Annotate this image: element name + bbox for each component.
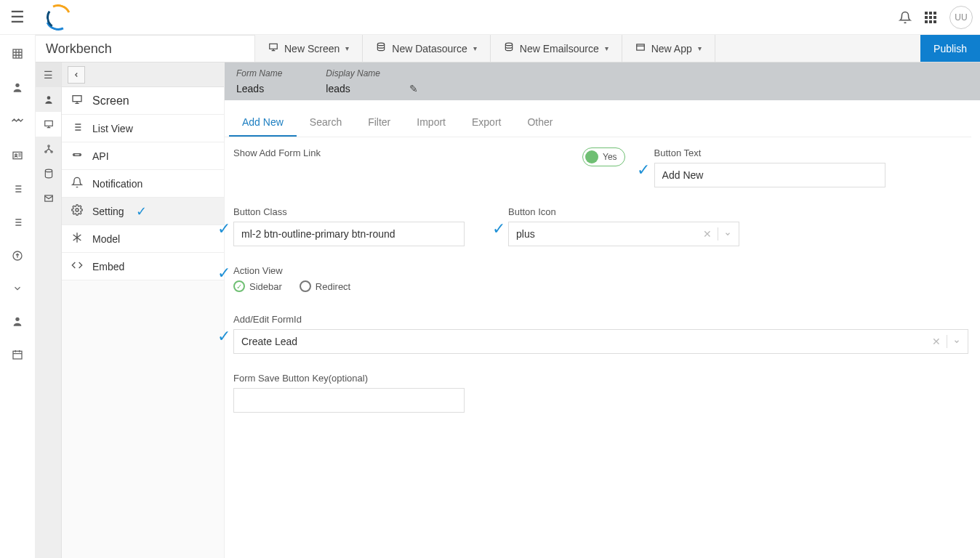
- back-button[interactable]: [68, 66, 85, 84]
- radio-redirect-label: Redirect: [316, 281, 350, 292]
- button-class-input[interactable]: [233, 222, 465, 246]
- rail-user2-icon[interactable]: [12, 315, 23, 330]
- radio-redirect[interactable]: Redirect: [300, 280, 350, 292]
- radio-sidebar[interactable]: Sidebar: [233, 280, 282, 292]
- tab-add-new[interactable]: Add New: [229, 109, 297, 137]
- button-icon-select[interactable]: plus ✕: [508, 222, 739, 246]
- new-screen-dropdown[interactable]: New Screen ▾: [255, 35, 363, 62]
- add-edit-formid-select[interactable]: Create Lead ✕: [233, 329, 968, 354]
- button-icon-label: Button Icon: [508, 206, 739, 217]
- tab-search[interactable]: Search: [297, 109, 355, 137]
- toggle-label: Yes: [603, 152, 617, 162]
- check-icon: ✓: [492, 219, 505, 238]
- new-datasource-dropdown[interactable]: New Datasource ▾: [363, 35, 491, 62]
- rail-upload-icon[interactable]: [12, 250, 23, 264]
- rail-collapse-chevron-icon[interactable]: [12, 283, 23, 296]
- svg-point-9: [505, 43, 512, 46]
- rail-contact-card-icon[interactable]: [12, 150, 23, 164]
- radio-sidebar-label: Sidebar: [249, 281, 282, 292]
- svg-rect-6: [13, 351, 22, 359]
- radio-bullet-icon: [300, 280, 311, 292]
- sidenav-back-row: [62, 62, 224, 87]
- check-icon: ✓: [136, 203, 147, 219]
- bell-icon[interactable]: [899, 11, 912, 24]
- monitor-icon: [71, 94, 84, 108]
- new-datasource-label: New Datasource: [392, 43, 467, 54]
- tab-import[interactable]: Import: [403, 109, 459, 137]
- caret-down-icon: ▾: [345, 44, 349, 52]
- chevron-down-icon[interactable]: [953, 336, 960, 347]
- form-name-label: Form Name: [236, 68, 282, 78]
- display-name-value: leads: [326, 83, 380, 94]
- nav-item-notification[interactable]: Notification: [62, 170, 224, 198]
- code-icon: [71, 259, 84, 273]
- rail-handshake-icon[interactable]: [11, 115, 24, 131]
- show-add-form-link-toggle[interactable]: Yes: [582, 147, 625, 166]
- rail-list-icon[interactable]: [12, 183, 23, 198]
- app-top-bar: ☰ UU: [0, 0, 980, 35]
- settings-tabs: Add New Search Filter Import Export Othe…: [225, 109, 971, 137]
- svg-point-11: [47, 96, 50, 100]
- caret-down-icon: ▾: [605, 44, 609, 52]
- form-save-button-key-label: Form Save Button Key(optional): [233, 373, 465, 384]
- nav-item-screen[interactable]: Screen: [62, 87, 224, 115]
- rail-list2-icon[interactable]: [12, 217, 23, 231]
- workbench-header: Workbench New Screen ▾ New Datasource ▾ …: [36, 35, 980, 62]
- check-icon: ✓: [637, 161, 650, 179]
- new-emailsource-dropdown[interactable]: New Emailsource ▾: [491, 35, 622, 62]
- rail2-monitor-icon[interactable]: [36, 112, 61, 137]
- toggle-knob: [585, 150, 598, 163]
- chevron-down-icon[interactable]: [724, 228, 731, 240]
- display-name-label: Display Name: [326, 68, 380, 78]
- form-save-button-key-input[interactable]: [233, 388, 465, 413]
- tab-export[interactable]: Export: [459, 109, 514, 137]
- nav-item-setting[interactable]: Setting ✓: [62, 198, 224, 225]
- nav-item-model[interactable]: Model: [62, 225, 224, 253]
- form-name-column: Form Name Leads: [236, 68, 282, 94]
- new-app-label: New App: [651, 43, 692, 54]
- svg-point-5: [15, 318, 19, 321]
- tab-other[interactable]: Other: [514, 109, 566, 137]
- select-actions: ✕: [932, 335, 960, 348]
- tab-filter[interactable]: Filter: [355, 109, 403, 137]
- database-icon: [376, 42, 386, 54]
- secondary-rail: ☰: [36, 62, 62, 558]
- edit-pencil-icon[interactable]: ✎: [409, 83, 418, 94]
- action-view-radio-group: Sidebar Redirect: [233, 280, 350, 292]
- rail-calendar-icon[interactable]: [12, 349, 23, 363]
- rail2-collapse-icon[interactable]: ☰: [36, 62, 61, 87]
- rail2-user-icon[interactable]: [36, 87, 61, 112]
- new-app-dropdown[interactable]: New App ▾: [622, 35, 715, 62]
- hamburger-menu-icon[interactable]: ☰: [10, 8, 25, 27]
- nav-item-api[interactable]: API: [62, 142, 224, 170]
- rail2-database-icon[interactable]: [36, 161, 61, 186]
- apps-grid-icon[interactable]: [925, 12, 936, 23]
- svg-point-15: [50, 151, 52, 153]
- api-icon: [71, 149, 84, 163]
- rail-user-icon[interactable]: [12, 81, 23, 96]
- clear-icon[interactable]: ✕: [703, 228, 712, 240]
- action-view-label: Action View: [233, 265, 350, 276]
- snowflake-icon: [71, 232, 84, 246]
- svg-point-14: [44, 151, 46, 153]
- svg-rect-18: [73, 96, 81, 102]
- bell-icon: [71, 177, 84, 190]
- nav-label: Model: [92, 233, 120, 245]
- top-right-actions: UU: [899, 6, 973, 29]
- nav-item-embed[interactable]: Embed: [62, 253, 224, 280]
- button-text-input[interactable]: [654, 163, 885, 187]
- svg-point-16: [45, 169, 52, 172]
- nav-item-listview[interactable]: List View: [62, 115, 224, 142]
- rail2-envelope-icon[interactable]: [36, 186, 61, 211]
- svg-point-19: [76, 209, 79, 211]
- rail-grid-icon[interactable]: [12, 48, 23, 62]
- button-class-label: Button Class: [233, 206, 465, 217]
- clear-icon[interactable]: ✕: [932, 336, 941, 347]
- rail2-sitemap-icon[interactable]: [36, 137, 61, 161]
- svg-point-1: [15, 84, 19, 87]
- add-edit-formid-label: Add/Edit FormId: [233, 314, 968, 325]
- user-avatar[interactable]: UU: [949, 6, 973, 29]
- button-text-label: Button Text: [654, 147, 885, 158]
- publish-button[interactable]: Publish: [920, 35, 980, 62]
- nav-label: Notification: [92, 178, 142, 190]
